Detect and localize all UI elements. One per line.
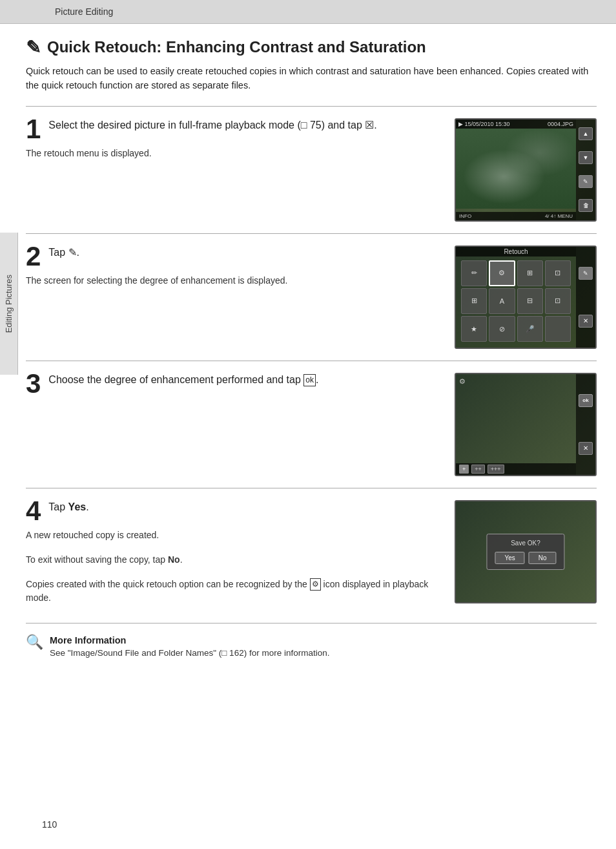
more-info-section: 🔍 More Information See "Image/Sound File… bbox=[26, 623, 597, 658]
main-content: ✎ Quick Retouch: Enhancing Contrast and … bbox=[26, 24, 597, 658]
more-info-icon: 🔍 bbox=[26, 634, 43, 651]
step-2-content: 2 Tap ✎. The screen for selecting the de… bbox=[26, 246, 442, 288]
more-info-content: More Information See "Image/Sound File a… bbox=[50, 635, 329, 658]
step-2-instruction: 2 Tap ✎. bbox=[26, 246, 442, 270]
save-dialog-title: Save OK? bbox=[495, 540, 556, 547]
step-1-screen: ▶ 15/05/2010 15:30 0004.JPG ▲ ▼ ✎ 🗑 INFO… bbox=[455, 118, 597, 222]
screen1-topbar: ▶ 15/05/2010 15:30 0004.JPG bbox=[456, 120, 576, 129]
grid-icon-9: ★ bbox=[461, 316, 487, 342]
step-4: 4 Tap Yes. A new retouched copy is creat… bbox=[26, 488, 597, 616]
screen2-grid: ✏ ⚙ ⊞ ⊡ ⊞ A ⊟ ⊡ ★ ⊘ 🎤 bbox=[459, 258, 573, 344]
screen1-info: INFO bbox=[459, 213, 471, 219]
grid-icon-7: ⊟ bbox=[517, 288, 543, 314]
enhance-high[interactable]: +++ bbox=[488, 465, 504, 474]
screen3-right-panel: ok ✕ bbox=[576, 374, 595, 475]
screen3-ok-btn[interactable]: ok bbox=[579, 394, 593, 407]
screen1-image bbox=[456, 129, 576, 209]
delete-btn[interactable]: 🗑 bbox=[579, 199, 593, 212]
breadcrumb-bar: Picture Editing bbox=[0, 0, 616, 24]
more-info-text: See "Image/Sound File and Folder Names" … bbox=[50, 648, 329, 658]
page-title: Quick Retouch: Enhancing Contrast and Sa… bbox=[47, 38, 426, 57]
step-1-content: 1 Select the desired picture in full-fra… bbox=[26, 118, 442, 160]
more-info-title: More Information bbox=[50, 635, 329, 645]
step-3-instruction: 3 Choose the degree of enhancement perfo… bbox=[26, 373, 442, 397]
nav-up-btn[interactable]: ▲ bbox=[579, 127, 593, 140]
grid-icon-4: ⊡ bbox=[545, 260, 571, 286]
step-1-instruction: 1 Select the desired picture in full-fra… bbox=[26, 118, 442, 143]
grid-icon-empty bbox=[545, 316, 571, 342]
step-4-instruction: 4 Tap Yes. bbox=[26, 500, 442, 525]
step-3-number: 3 bbox=[26, 373, 41, 397]
save-dialog: Save OK? Yes No bbox=[486, 534, 564, 570]
step-4-desc3: Copies created with the quick retouch op… bbox=[26, 578, 442, 605]
grid-icon-1: ✏ bbox=[461, 260, 487, 286]
step-4-desc1: A new retouched copy is created. bbox=[26, 529, 442, 542]
screen3-close-btn[interactable]: ✕ bbox=[579, 442, 593, 455]
step-4-number: 4 bbox=[26, 500, 41, 525]
side-tab: Editing Pictures bbox=[0, 233, 18, 375]
save-dialog-buttons: Yes No bbox=[495, 552, 556, 564]
step-2-screen: Retouch ✏ ⚙ ⊞ ⊡ ⊞ A ⊟ ⊡ ★ ⊘ 🎤 ✎ ✕ bbox=[455, 246, 597, 349]
step-2-number: 2 bbox=[26, 246, 41, 270]
enhance-med[interactable]: ++ bbox=[471, 465, 485, 474]
screen2-right-panel: ✎ ✕ bbox=[576, 247, 595, 348]
step-4-screen: Save OK? Yes No bbox=[455, 500, 597, 603]
grid-icon-5: ⊞ bbox=[461, 288, 487, 314]
screen2-title: Retouch bbox=[456, 247, 576, 257]
step-2: 2 Tap ✎. The screen for selecting the de… bbox=[26, 233, 597, 361]
intro-paragraph: Quick retouch can be used to easily crea… bbox=[26, 65, 597, 93]
screen1-filename: 0004.JPG bbox=[548, 121, 573, 127]
ok-icon: ok bbox=[303, 374, 316, 386]
step-1-description: The retouch menu is displayed. bbox=[26, 147, 442, 160]
screen1-bottombar: INFO 4/ 4↑ MENU bbox=[456, 212, 576, 220]
screen3-retouch-icon: ⚙ bbox=[459, 377, 466, 386]
screen1-icons: ▲ ▼ ✎ 🗑 bbox=[576, 120, 595, 220]
step-1-number: 1 bbox=[26, 118, 41, 143]
quick-retouch-icon: ✎ bbox=[26, 37, 41, 58]
screen2-close-btn[interactable]: ✕ bbox=[579, 315, 593, 328]
grid-icon-3: ⊞ bbox=[517, 260, 543, 286]
inline-retouch-icon: ⚙ bbox=[310, 578, 321, 591]
grid-icon-8: ⊡ bbox=[545, 288, 571, 314]
grid-icon-6: A bbox=[489, 288, 515, 314]
side-tab-label: Editing Pictures bbox=[4, 275, 14, 333]
step-4-desc2: To exit without saving the copy, tap No. bbox=[26, 553, 442, 567]
breadcrumb-text: Picture Editing bbox=[55, 6, 113, 17]
screen3-bottom-bar: + ++ +++ bbox=[456, 463, 576, 475]
step-3-screen: ⚙ ok ✕ + ++ +++ bbox=[455, 373, 597, 476]
page-number: 110 bbox=[42, 819, 57, 830]
title-section: ✎ Quick Retouch: Enhancing Contrast and … bbox=[26, 37, 597, 58]
enhance-low[interactable]: + bbox=[459, 465, 469, 474]
step-1: 1 Select the desired picture in full-fra… bbox=[26, 106, 597, 233]
step-4-content: 4 Tap Yes. A new retouched copy is creat… bbox=[26, 500, 442, 605]
grid-icon-10: ⊘ bbox=[489, 316, 515, 342]
screen1-timestamp: ▶ 15/05/2010 15:30 bbox=[458, 121, 510, 127]
nav-down-btn[interactable]: ▼ bbox=[579, 151, 593, 164]
screen1-counter: 4/ 4↑ MENU bbox=[545, 213, 573, 219]
grid-icon-11: 🎤 bbox=[517, 316, 543, 342]
yes-button[interactable]: Yes bbox=[495, 552, 524, 564]
grid-icon-2: ⚙ bbox=[489, 260, 515, 286]
step-2-description: The screen for selecting the degree of e… bbox=[26, 274, 442, 288]
screen2-edit-btn[interactable]: ✎ bbox=[579, 267, 593, 280]
edit-btn[interactable]: ✎ bbox=[579, 175, 593, 188]
step-3: 3 Choose the degree of enhancement perfo… bbox=[26, 361, 597, 488]
step-3-content: 3 Choose the degree of enhancement perfo… bbox=[26, 373, 442, 401]
no-button[interactable]: No bbox=[529, 552, 557, 564]
